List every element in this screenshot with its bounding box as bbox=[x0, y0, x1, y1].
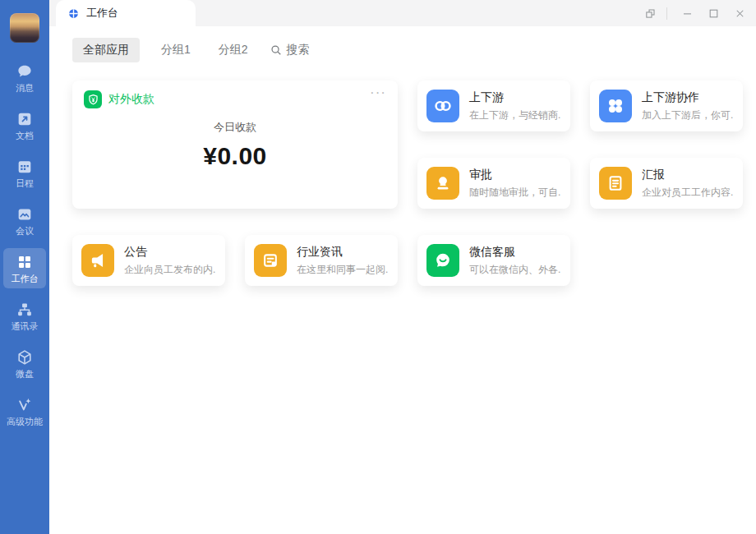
payment-card[interactable]: 对外收款 ··· 今日收款 ¥0.00 bbox=[72, 81, 398, 209]
app-card-description: 企业对员工工作内容... bbox=[642, 186, 733, 200]
today-income-value: ¥0.00 bbox=[203, 142, 267, 170]
filter-group-1[interactable]: 分组1 bbox=[154, 38, 197, 62]
tab-label: 工作台 bbox=[86, 6, 118, 21]
app-card-公告[interactable]: 公告 企业向员工发布的内... bbox=[72, 235, 225, 286]
sidebar-item-label: 消息 bbox=[16, 83, 34, 94]
app-card-title: 审批 bbox=[469, 168, 560, 182]
controls-divider bbox=[666, 7, 667, 20]
filter-bar: 全部应用 分组1 分组2 搜索 bbox=[72, 38, 756, 62]
sidebar-item-label: 高级功能 bbox=[7, 417, 43, 427]
sidebar-item-label: 文档 bbox=[16, 131, 34, 141]
sidebar: 消息 文档 日程 会议 工作台 通讯录 微盘 高级功能 bbox=[0, 0, 49, 534]
app-card-description: 可以在微信内、外各... bbox=[469, 263, 560, 277]
minimize-icon bbox=[681, 7, 694, 20]
app-card-汇报[interactable]: 汇报 企业对员工工作内容... bbox=[590, 158, 743, 209]
document-icon bbox=[16, 110, 34, 128]
close-button[interactable] bbox=[726, 1, 753, 25]
app-card-上下游协作[interactable]: 上下游协作 加入上下游后，你可... bbox=[590, 81, 743, 131]
payment-card-menu-button[interactable]: ··· bbox=[370, 82, 386, 104]
app-card-description: 加入上下游后，你可... bbox=[642, 108, 733, 122]
chat-bubble-icon bbox=[16, 62, 34, 81]
sidebar-item-label: 会议 bbox=[16, 226, 34, 237]
chat-smile-icon bbox=[426, 244, 459, 277]
pin-window-button[interactable] bbox=[637, 1, 663, 25]
app-card-审批[interactable]: 审批 随时随地审批，可自... bbox=[417, 158, 570, 209]
four-dots-icon bbox=[599, 90, 632, 122]
sidebar-item-workbench[interactable]: 工作台 bbox=[3, 248, 46, 288]
sidebar-item-docs[interactable]: 文档 bbox=[3, 105, 46, 145]
app-card-description: 在上下游，与经销商... bbox=[469, 108, 560, 122]
sidebar-item-messages[interactable]: 消息 bbox=[3, 58, 46, 98]
avatar[interactable] bbox=[10, 13, 39, 43]
app-card-title: 微信客服 bbox=[469, 245, 560, 260]
filter-group-2[interactable]: 分组2 bbox=[212, 38, 255, 62]
workbench-logo-icon bbox=[67, 7, 80, 20]
news-icon bbox=[254, 244, 287, 277]
sidebar-nav: 消息 文档 日程 会议 工作台 通讯录 微盘 高级功能 bbox=[3, 58, 46, 439]
sparkle-icon bbox=[16, 396, 34, 414]
app-card-行业资讯[interactable]: 行业资讯 在这里和同事一起阅... bbox=[245, 235, 398, 286]
sidebar-item-meeting[interactable]: 会议 bbox=[3, 200, 46, 241]
cube-icon bbox=[16, 348, 34, 366]
titlebar-drag-area bbox=[196, 0, 637, 26]
sidebar-item-label: 工作台 bbox=[12, 274, 39, 284]
sidebar-item-label: 通讯录 bbox=[12, 321, 39, 332]
app-window: 消息 文档 日程 会议 工作台 通讯录 微盘 高级功能 工作台 bbox=[0, 0, 756, 534]
app-card-title: 汇报 bbox=[642, 168, 733, 182]
sidebar-item-schedule[interactable]: 日程 bbox=[3, 153, 46, 193]
sidebar-item-label: 日程 bbox=[16, 178, 34, 189]
today-income-label: 今日收款 bbox=[214, 120, 256, 135]
window-controls bbox=[637, 0, 756, 26]
app-card-微信客服[interactable]: 微信客服 可以在微信内、外各... bbox=[417, 235, 570, 286]
maximize-button[interactable] bbox=[700, 1, 726, 25]
app-card-title: 上下游 bbox=[469, 90, 560, 105]
infinity-icon bbox=[426, 90, 459, 122]
app-card-description: 企业向员工发布的内... bbox=[124, 263, 215, 277]
apps-grid: 对外收款 ··· 今日收款 ¥0.00 上下游 在上下游，与经销商... 上下游… bbox=[72, 81, 756, 286]
payment-card-header: 对外收款 bbox=[84, 90, 154, 108]
sidebar-item-contacts[interactable]: 通讯录 bbox=[3, 296, 46, 336]
megaphone-icon bbox=[81, 244, 114, 277]
app-card-title: 行业资讯 bbox=[297, 245, 388, 260]
sidebar-item-label: 微盘 bbox=[16, 369, 34, 380]
search-label: 搜索 bbox=[287, 43, 310, 58]
org-tree-icon bbox=[16, 301, 34, 319]
close-icon bbox=[734, 7, 746, 20]
stamp-icon bbox=[426, 167, 459, 200]
filter-all-apps[interactable]: 全部应用 bbox=[72, 38, 140, 62]
payment-card-title: 对外收款 bbox=[108, 92, 154, 107]
sidebar-item-advanced[interactable]: 高级功能 bbox=[3, 391, 46, 431]
grid-icon bbox=[16, 253, 34, 271]
app-card-description: 在这里和同事一起阅... bbox=[297, 263, 388, 277]
search-button[interactable]: 搜索 bbox=[270, 43, 310, 58]
shield-yen-icon bbox=[84, 90, 102, 108]
app-card-上下游[interactable]: 上下游 在上下游，与经销商... bbox=[417, 81, 570, 131]
pin-window-icon bbox=[644, 7, 657, 20]
search-icon bbox=[270, 44, 283, 57]
sidebar-item-wedrive[interactable]: 微盘 bbox=[3, 343, 46, 384]
main-area: 工作台 bbox=[49, 0, 756, 534]
maximize-icon bbox=[708, 7, 720, 20]
calendar-icon bbox=[16, 158, 34, 176]
tab-workbench[interactable]: 工作台 bbox=[56, 0, 196, 26]
app-card-description: 随时随地审批，可自... bbox=[469, 186, 560, 200]
titlebar: 工作台 bbox=[49, 0, 756, 26]
workbench-content: 全部应用 分组1 分组2 搜索 对外收款 ··· bbox=[49, 26, 756, 534]
report-icon bbox=[599, 167, 632, 200]
minimize-button[interactable] bbox=[674, 1, 700, 25]
app-card-title: 公告 bbox=[124, 245, 215, 260]
meeting-icon bbox=[16, 205, 34, 223]
app-card-title: 上下游协作 bbox=[642, 90, 733, 105]
